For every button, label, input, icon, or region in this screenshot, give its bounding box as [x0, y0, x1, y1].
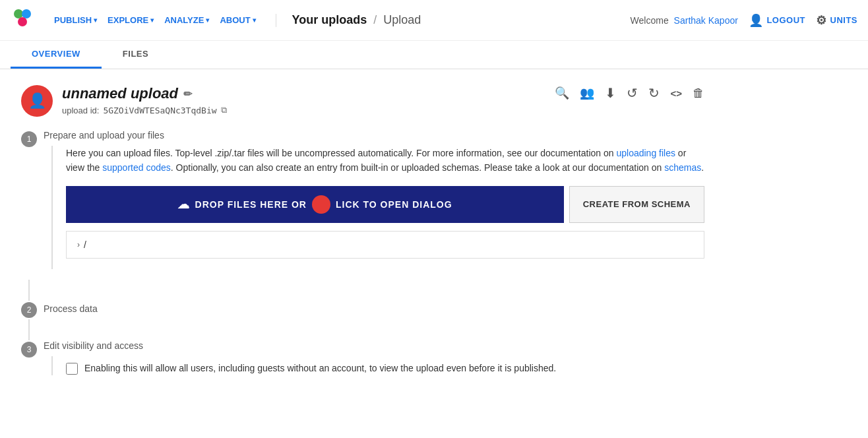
breadcrumb: Your uploads / Upload: [292, 13, 421, 27]
upload-name: unnamed upload ✏: [62, 85, 227, 102]
welcome-user-link[interactable]: Sarthak Kapoor: [674, 15, 738, 26]
edit-icon[interactable]: ✏: [183, 88, 192, 100]
step-connector-2-3: [21, 319, 704, 340]
breadcrumb-main: Your uploads: [292, 13, 367, 27]
step-1-body: Here you can upload files. Top-level .zi…: [51, 146, 704, 269]
units-button[interactable]: ⚙ UNITS: [816, 13, 857, 28]
divider: [276, 14, 276, 27]
gear-icon: ⚙: [816, 13, 827, 28]
search-icon[interactable]: 🔍: [555, 86, 569, 100]
drop-files-button[interactable]: ☁ DROP FILES HERE OR LICK TO OPEN DIALOG: [66, 186, 564, 223]
chevron-down-icon: ▾: [206, 16, 209, 24]
step-3-body: Enabling this will allow all users, incl…: [51, 356, 704, 375]
drop-btn-label: DROP FILES HERE OR: [195, 199, 307, 210]
svg-point-1: [22, 9, 31, 18]
breadcrumb-sep: /: [373, 13, 377, 27]
nav-item-analyze[interactable]: ANALYZE ▾: [160, 13, 213, 28]
supported-codes-link[interactable]: supported codes: [102, 162, 171, 173]
step-3-content: Edit visibility and access Enabling this…: [44, 340, 704, 381]
uploading-files-link[interactable]: uploading files: [616, 148, 675, 158]
upload-cloud-icon: ☁: [177, 197, 190, 212]
steps: 1 Prepare and upload your files Here you…: [21, 130, 704, 381]
breadcrumb-sub: Upload: [383, 13, 421, 27]
delete-icon[interactable]: 🗑: [693, 86, 704, 100]
step-2: 2 Process data: [21, 301, 704, 319]
redo-icon[interactable]: ↻: [648, 85, 660, 101]
chevron-down-icon: ▾: [253, 16, 256, 24]
expand-icon[interactable]: ›: [77, 240, 80, 249]
nav-links: PUBLISH ▾ EXPLORE ▾ ANALYZE ▾ ABOUT ▾: [50, 13, 260, 28]
chevron-down-icon: ▾: [150, 16, 154, 24]
nav-item-publish[interactable]: PUBLISH ▾: [50, 13, 101, 28]
code-icon[interactable]: <>: [670, 88, 682, 99]
visibility-checkbox[interactable]: [66, 363, 78, 375]
avatar-icon: 👤: [28, 92, 46, 110]
visibility-checkbox-row: Enabling this will allow all users, incl…: [66, 361, 704, 375]
svg-point-2: [18, 17, 27, 26]
step-1-title: Prepare and upload your files: [44, 130, 704, 141]
nav-item-explore[interactable]: EXPLORE ▾: [104, 13, 158, 28]
step-2-title: Process data: [44, 303, 704, 314]
create-from-schema-button[interactable]: CREATE FROM SCHEMA: [569, 186, 704, 223]
step-1-description: Here you can upload files. Top-level .zi…: [66, 146, 704, 175]
full-header: PUBLISH ▾ EXPLORE ▾ ANALYZE ▾ ABOUT ▾ Yo…: [0, 0, 868, 41]
user-icon: 👤: [749, 13, 764, 28]
step-1: 1 Prepare and upload your files Here you…: [21, 130, 704, 269]
visibility-checkbox-label: Enabling this will allow all users, incl…: [84, 361, 556, 375]
upload-actions: 🔍 👥 ⬇ ↺ ↻ <> 🗑: [555, 85, 704, 101]
download-icon[interactable]: ⬇: [605, 85, 616, 101]
step-3-title: Edit visibility and access: [44, 340, 704, 351]
step-1-content: Prepare and upload your files Here you c…: [44, 130, 704, 269]
tabs: OVERVIEW FILES: [0, 41, 868, 69]
upload-header: 👤 unnamed upload ✏ upload id: 5GZOiVdWTE…: [21, 85, 704, 117]
step-2-number: 2: [21, 302, 37, 318]
people-icon[interactable]: 👥: [580, 86, 594, 100]
chevron-down-icon: ▾: [94, 16, 97, 24]
header-left: PUBLISH ▾ EXPLORE ▾ ANALYZE ▾ ABOUT ▾ Yo…: [11, 7, 421, 33]
drop-btn-label-2: LICK TO OPEN DIALOG: [336, 199, 452, 210]
welcome-text: Welcome Sarthak Kapoor: [631, 15, 738, 26]
header-right: Welcome Sarthak Kapoor 👤 LOGOUT ⚙ UNITS: [631, 13, 857, 28]
svg-point-0: [14, 9, 23, 18]
tab-overview[interactable]: OVERVIEW: [11, 41, 102, 69]
step-2-content: Process data: [44, 301, 704, 319]
copy-icon[interactable]: ⧉: [221, 105, 227, 115]
cursor-indicator: [312, 195, 330, 214]
avatar: 👤: [21, 85, 53, 117]
upload-id: upload id: 5GZOiVdWTESaQNc3TqdBiw ⧉: [62, 105, 227, 115]
tab-files[interactable]: FILES: [102, 41, 170, 69]
logo[interactable]: [11, 7, 34, 33]
step-3: 3 Edit visibility and access Enabling th…: [21, 340, 704, 381]
upload-id-value: 5GZOiVdWTESaQNc3TqdBiw: [103, 106, 216, 115]
step-3-number: 3: [21, 342, 37, 358]
upload-row: ☁ DROP FILES HERE OR LICK TO OPEN DIALOG…: [66, 186, 704, 223]
step-1-number: 1: [21, 131, 37, 147]
undo-icon[interactable]: ↺: [627, 85, 638, 101]
logout-button[interactable]: 👤 LOGOUT: [749, 13, 805, 28]
file-tree-path: /: [84, 239, 86, 250]
schemas-link[interactable]: schemas: [664, 162, 701, 173]
main-content: 👤 unnamed upload ✏ upload id: 5GZOiVdWTE…: [0, 69, 726, 407]
step-connector-1-2: [21, 280, 704, 301]
nav-item-about[interactable]: ABOUT ▾: [216, 13, 259, 28]
file-tree: › /: [66, 231, 704, 259]
upload-info: unnamed upload ✏ upload id: 5GZOiVdWTESa…: [62, 85, 227, 115]
